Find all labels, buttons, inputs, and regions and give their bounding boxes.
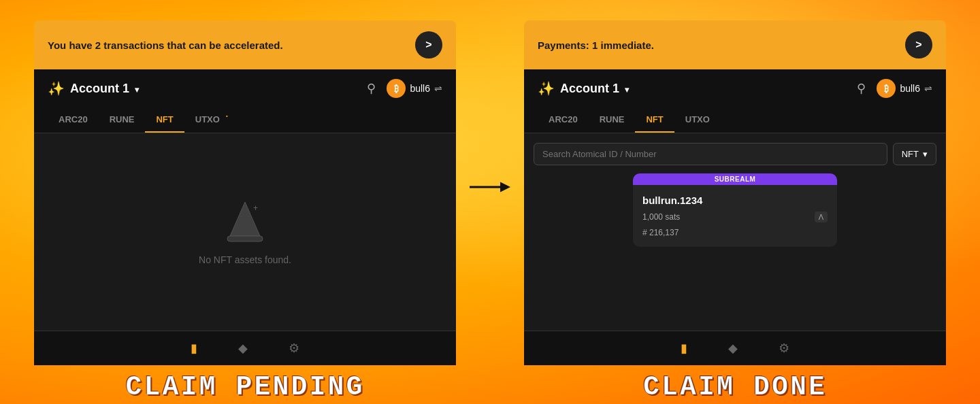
left-notification-text: You have 2 transactions that can be acce… [48, 39, 283, 51]
left-notification-bar: You have 2 transactions that can be acce… [34, 20, 456, 69]
right-swap-icon: ⇌ [924, 83, 932, 94]
left-nav-gear[interactable]: ⚙ [289, 341, 299, 356]
left-notification-button[interactable]: > [415, 31, 442, 58]
right-tab-arc20[interactable]: ARC20 [538, 107, 589, 133]
right-user-badge[interactable]: ₿ bull6 ⇌ [877, 79, 932, 98]
svg-marker-4 [500, 182, 510, 192]
nft-meta-row: 1,000 sats Λ [642, 212, 828, 222]
right-search-row: NFT ▾ [534, 143, 936, 165]
subrealm-badge: SUBREALM [633, 173, 837, 185]
right-btc-icon: ₿ [877, 79, 896, 98]
right-tab-rune[interactable]: RUNE [589, 107, 636, 133]
chevron-down-icon: ▾ [923, 149, 928, 159]
right-notification-text: Payments: 1 immediate. [538, 39, 654, 51]
right-panel-group: Payments: 1 immediate. > ✨ Account 1 ▾ ⚲ [524, 20, 946, 404]
atomical-search-input[interactable] [534, 143, 887, 165]
nft-card[interactable]: SUBREALM bullrun.1234 1,000 sats Λ # 216… [633, 173, 837, 247]
left-claim-label: CLAIM PENDING [125, 372, 364, 403]
witch-hat-icon: + [225, 199, 265, 246]
left-header-left: ✨ Account 1 ▾ [48, 80, 139, 97]
nft-card-body: bullrun.1234 1,000 sats Λ # 216,137 [633, 185, 837, 247]
right-label-container: CLAIM DONE PAY TO VALIDATE [643, 372, 827, 404]
left-swap-icon: ⇌ [434, 83, 442, 94]
right-account-name[interactable]: Account 1 ▾ [560, 82, 629, 96]
right-tab-utxo[interactable]: UTXO [674, 107, 721, 133]
left-tab-rune[interactable]: RUNE [99, 107, 146, 133]
right-header-right: ⚲ ₿ bull6 ⇌ [857, 79, 932, 98]
left-content-area: + No NFT assets found. [34, 133, 456, 331]
left-user-badge[interactable]: ₿ bull6 ⇌ [387, 79, 442, 98]
nft-type-dropdown[interactable]: NFT ▾ [893, 143, 936, 165]
left-nav-wallet[interactable]: ▮ [191, 341, 197, 356]
right-notification-button[interactable]: > [905, 31, 932, 58]
right-username: bull6 [900, 83, 920, 94]
nft-number: # 216,137 [642, 228, 828, 237]
wand-icon-right: ✨ [538, 80, 555, 97]
right-tabs-bar: ARC20 RUNE NFT UTXO [524, 107, 946, 133]
arrow-container [470, 177, 510, 197]
right-content-area: NFT ▾ SUBREALM bullrun.1234 1,000 sats Λ… [524, 133, 946, 331]
right-nav-fire[interactable]: ◆ [728, 341, 738, 356]
right-nav-wallet[interactable]: ▮ [681, 341, 687, 356]
left-empty-state: + No NFT assets found. [199, 199, 291, 265]
right-tab-nft[interactable]: NFT [635, 107, 674, 133]
left-tab-arc20[interactable]: ARC20 [48, 107, 99, 133]
left-btc-icon: ₿ [387, 79, 406, 98]
svg-text:+: + [253, 203, 258, 213]
left-tab-nft[interactable]: NFT [145, 107, 184, 133]
right-header: ✨ Account 1 ▾ ⚲ ₿ bull6 ⇌ [524, 69, 946, 107]
right-bottom-nav: ▮ ◆ ⚙ [524, 331, 946, 365]
left-account-name[interactable]: Account 1 ▾ [70, 82, 139, 96]
left-header: ✨ Account 1 ▾ ⚲ ₿ bull6 ⇌ [34, 69, 456, 107]
nft-a-badge: Λ [815, 212, 828, 222]
right-panel: Payments: 1 immediate. > ✨ Account 1 ▾ ⚲ [524, 20, 946, 365]
left-nav-fire[interactable]: ◆ [238, 341, 248, 356]
right-notification-bar: Payments: 1 immediate. > [524, 20, 946, 69]
left-username: bull6 [410, 83, 430, 94]
nft-name: bullrun.1234 [642, 195, 828, 206]
left-header-right: ⚲ ₿ bull6 ⇌ [367, 79, 442, 98]
left-search-icon[interactable]: ⚲ [367, 81, 376, 96]
left-tabs-bar: ARC20 RUNE NFT UTXO [34, 107, 456, 133]
left-empty-text: No NFT assets found. [199, 254, 291, 265]
right-arrow-icon [470, 177, 510, 197]
right-nav-gear[interactable]: ⚙ [779, 341, 789, 356]
right-claim-label: CLAIM DONE [643, 372, 827, 403]
right-search-icon[interactable]: ⚲ [857, 81, 866, 96]
left-label-container: CLAIM PENDING [125, 372, 364, 403]
svg-rect-1 [227, 236, 263, 241]
wand-icon-left: ✨ [48, 80, 65, 97]
nft-sats: 1,000 sats [642, 212, 680, 222]
left-tab-utxo[interactable]: UTXO [184, 107, 231, 133]
left-bottom-nav: ▮ ◆ ⚙ [34, 331, 456, 365]
left-panel: You have 2 transactions that can be acce… [34, 20, 456, 365]
right-header-left: ✨ Account 1 ▾ [538, 80, 629, 97]
